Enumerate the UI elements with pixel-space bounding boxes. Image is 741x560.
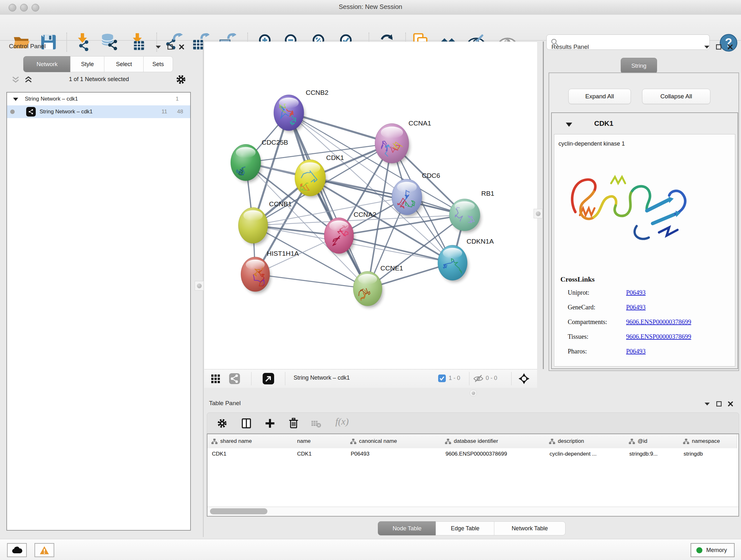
delete-column-trash-icon[interactable]: [288, 417, 299, 429]
function-builder-icon[interactable]: f(x): [335, 416, 349, 427]
column-scope-icon: [350, 439, 356, 444]
float-panel-icon[interactable]: [716, 401, 722, 407]
table-cell[interactable]: CDK1: [293, 448, 351, 460]
right-splitter[interactable]: [543, 42, 544, 369]
tab-style[interactable]: Style: [70, 56, 105, 72]
collection-count: 1: [176, 96, 179, 102]
collapse-all-button[interactable]: Collapse All: [642, 89, 711, 104]
import-table-from-file-icon[interactable]: [129, 33, 147, 51]
node-CCNB1[interactable]: [239, 207, 269, 245]
close-panel-icon[interactable]: [728, 401, 733, 407]
birds-eye-grid-icon[interactable]: [211, 374, 221, 384]
table-cell[interactable]: stringdb: [679, 448, 741, 460]
expand-all-chevron-icon[interactable]: [24, 76, 32, 84]
import-network-from-file-icon[interactable]: [74, 33, 92, 51]
results-panel-title: Results Panel: [551, 44, 589, 51]
select-columns-icon[interactable]: [241, 418, 252, 429]
close-panel-icon[interactable]: [179, 44, 185, 50]
column-header[interactable]: database identifier: [441, 434, 545, 448]
selected-checkbox-icon[interactable]: [438, 374, 446, 382]
toolbar-separator: [251, 372, 252, 385]
node-table[interactable]: shared namenamecanonical namedatabase id…: [207, 434, 739, 516]
warnings-button[interactable]: [35, 543, 54, 557]
horizontal-scrollbar[interactable]: [207, 507, 738, 516]
cloud-button[interactable]: [7, 543, 27, 557]
panel-menu-icon[interactable]: [155, 45, 161, 49]
fit-selection-crosshair-icon[interactable]: [518, 373, 530, 384]
expand-all-button[interactable]: Expand All: [568, 89, 631, 104]
control-panel-title: Control Panel: [9, 43, 46, 50]
node-CCNA1[interactable]: [375, 124, 410, 165]
tab-node-table[interactable]: Node Table: [378, 521, 436, 536]
node-RB1[interactable]: [449, 199, 481, 233]
gear-icon[interactable]: [176, 74, 186, 85]
gene-description: cyclin-dependent kinase 1: [558, 140, 625, 147]
hidden-eye-slash-icon[interactable]: [473, 374, 483, 383]
panel-menu-icon[interactable]: [704, 401, 711, 406]
tab-network[interactable]: Network: [23, 56, 71, 72]
network-node-count: 11: [161, 109, 167, 115]
column-header[interactable]: shared name: [207, 434, 293, 448]
left-splitter-handle[interactable]: [195, 281, 204, 291]
title-bar: Session: New Session: [0, 0, 741, 15]
column-header[interactable]: canonical name: [346, 434, 441, 448]
float-panel-icon[interactable]: [716, 44, 722, 50]
collapse-all-chevron-icon[interactable]: [11, 76, 20, 84]
table-cell[interactable]: CDK1: [207, 448, 297, 460]
tab-select[interactable]: Select: [104, 56, 144, 72]
edge-CCNA2-CDKN1A[interactable]: [339, 236, 453, 263]
network-share-icon[interactable]: [229, 373, 240, 384]
section-expander-icon[interactable]: [565, 122, 572, 127]
node-CCNA2[interactable]: [324, 218, 355, 255]
float-panel-icon[interactable]: [167, 44, 173, 50]
column-header[interactable]: name: [293, 434, 347, 448]
node-CCNE1[interactable]: [353, 271, 383, 308]
network-graph[interactable]: CCNB2CCNA1CDC25BCDK1CDC6RB1CCNB1CCNA2CDK…: [204, 42, 537, 369]
close-panel-icon[interactable]: [727, 44, 733, 50]
node-CCNB2[interactable]: [274, 95, 305, 132]
scrollbar-thumb[interactable]: [210, 508, 267, 514]
tab-edge-table[interactable]: Edge Table: [435, 521, 495, 536]
crosslink-link[interactable]: 9606.ENSP00000378699: [626, 318, 691, 326]
edge-HIST1H1A-CCNE1[interactable]: [255, 274, 367, 289]
network-selection-status: 1 of 1 Network selected: [42, 76, 156, 83]
table-splitter-handle[interactable]: [470, 390, 477, 396]
tab-network-table[interactable]: Network Table: [494, 521, 565, 536]
hidden-count: 0 - 0: [486, 375, 497, 381]
network-row-selected[interactable]: String Network – cdk1 11 48: [7, 105, 190, 118]
column-header[interactable]: @id: [625, 434, 679, 448]
table-cell[interactable]: cyclin-dependent ...: [545, 448, 629, 460]
table-cell[interactable]: P06493: [346, 448, 446, 460]
crosslink-link[interactable]: P06493: [626, 348, 646, 355]
node-label-CCNA2: CCNA2: [354, 211, 376, 218]
network-collection-row[interactable]: String Network – cdk1 1: [7, 92, 190, 105]
main-toolbar: ?: [0, 15, 741, 41]
node-CDK1[interactable]: [295, 160, 327, 198]
table-cell[interactable]: 9606.ENSP00000378699: [441, 448, 549, 460]
tab-sets[interactable]: Sets: [143, 56, 173, 72]
column-header[interactable]: description: [545, 434, 625, 448]
gear-icon[interactable]: [217, 418, 227, 429]
crosslink-link[interactable]: P06493: [626, 304, 646, 311]
edge-CCNB2-CCNE1[interactable]: [289, 113, 367, 289]
node-CDKN1A[interactable]: [438, 245, 468, 282]
delete-table-icon[interactable]: [311, 420, 321, 428]
crosslink-link[interactable]: 9606.ENSP00000378699: [626, 333, 691, 340]
add-column-icon[interactable]: [265, 418, 275, 429]
panel-menu-icon[interactable]: [704, 45, 710, 49]
tab-string[interactable]: String: [621, 58, 657, 74]
table-toolbar: f(x): [207, 413, 739, 434]
column-scope-icon: [629, 439, 635, 444]
crosslink-link[interactable]: P06493: [626, 289, 646, 296]
table-cell[interactable]: stringdb:9...: [625, 448, 684, 460]
right-splitter-handle[interactable]: [534, 209, 542, 219]
crosslinks-title: CrossLinks: [560, 275, 595, 284]
export-view-icon[interactable]: [263, 373, 274, 384]
column-header[interactable]: namespace: [679, 434, 737, 448]
memory-button[interactable]: Memory: [690, 543, 735, 557]
node-HIST1H1A[interactable]: [241, 257, 271, 294]
tree-expander-icon[interactable]: [13, 97, 18, 101]
network-canvas[interactable]: CCNB2CCNA1CDC25BCDK1CDC6RB1CCNB1CCNA2CDK…: [204, 42, 537, 369]
import-network-from-database-icon[interactable]: [101, 33, 119, 51]
network-tree: String Network – cdk1 1 String Network –…: [6, 92, 191, 531]
